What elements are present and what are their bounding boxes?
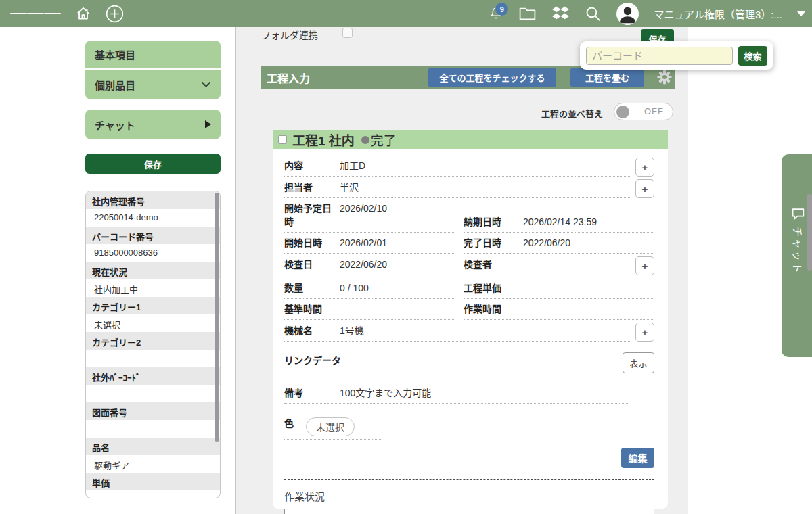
dropbox-icon[interactable]: [551, 5, 570, 22]
work-status-label: 作業状況: [284, 489, 654, 503]
folder-link-checkbox[interactable]: [342, 28, 353, 38]
field-label: 基準時間: [284, 302, 340, 315]
add-option-button[interactable]: +: [635, 323, 654, 342]
info-label: 社外ﾊﾞｰｺｰﾄﾞ: [86, 367, 220, 385]
field-label: 開始予定日時: [284, 201, 340, 228]
field-label: 納期日時: [464, 214, 523, 228]
info-panel-scrollbar[interactable]: [215, 193, 219, 442]
add-option-button[interactable]: +: [635, 256, 654, 275]
work-status-input[interactable]: [284, 509, 654, 514]
field-row-pair: 検査日2022/06/20 検査者 +: [284, 256, 654, 275]
chat-tab-label: チャット: [791, 227, 805, 275]
sidebar-save-button[interactable]: 保存: [85, 154, 221, 174]
field-row-pair: 基準時間 作業時間: [284, 302, 654, 320]
process-input-title: 工程入力: [261, 70, 310, 86]
info-value: 駆動ギア: [86, 455, 220, 473]
collapse-processes-button[interactable]: 工程を畳む: [570, 68, 644, 87]
triangle-right-icon: [205, 120, 211, 128]
info-label: カテゴリー2: [86, 332, 220, 350]
link-data-row: リンクデータ 表示: [284, 352, 654, 373]
field-label: 検査者: [464, 257, 523, 271]
sort-toggle-label: 工程の並べ替え: [541, 107, 603, 120]
info-value: 9185000008636: [86, 244, 220, 262]
field-value[interactable]: 2026/02/14 23:59: [523, 216, 597, 227]
field-row: 内容加工D +: [284, 158, 654, 177]
field-row: 機械名1号機 +: [284, 323, 654, 342]
right-divider: [702, 27, 702, 514]
field-value[interactable]: 2022/06/20: [523, 237, 570, 248]
field-label: 内容: [284, 158, 340, 172]
hamburger-menu-icon[interactable]: [10, 9, 61, 18]
field-value[interactable]: 2022/06/20: [340, 259, 387, 270]
field-value[interactable]: 2026/02/01: [340, 237, 387, 248]
field-label: 完了日時: [464, 235, 523, 249]
plus-icon: +: [642, 183, 648, 195]
info-label: カテゴリー1: [86, 297, 220, 314]
barcode-popup: 検索: [580, 41, 773, 70]
field-value[interactable]: 加工D: [340, 158, 365, 172]
field-label: 備考: [284, 386, 340, 399]
field-label: 担当者: [284, 180, 340, 193]
add-icon[interactable]: [106, 5, 124, 23]
field-label: リンクデータ: [284, 353, 341, 367]
status-dot-icon: [361, 136, 369, 144]
sidebar-chat-button[interactable]: チャット: [85, 110, 221, 139]
process-title: 工程1 社内: [292, 131, 355, 149]
process-select-checkbox[interactable]: [278, 135, 287, 144]
show-label: 表示: [629, 356, 647, 369]
sidebar-chat-label: チャット: [95, 118, 135, 132]
barcode-input[interactable]: [586, 47, 733, 65]
process-status: 完了: [371, 131, 397, 149]
edit-button[interactable]: 編集: [621, 448, 654, 468]
field-row: 担当者半沢 +: [284, 179, 654, 198]
field-label: 検査日: [284, 257, 340, 271]
info-value: 未選択: [86, 314, 220, 332]
user-avatar[interactable]: [616, 3, 639, 25]
info-label: 品名: [86, 438, 220, 455]
sidebar-save-label: 保存: [144, 158, 162, 170]
home-icon[interactable]: [74, 5, 92, 22]
field-row-pair: 開始日時2026/02/01 完了日時2022/06/20: [284, 235, 654, 254]
info-value: [86, 490, 220, 498]
plus-icon: +: [642, 327, 648, 338]
chevron-down-icon: [201, 81, 211, 88]
folder-link-label: フォルダ連携: [261, 28, 318, 41]
barcode-search-button[interactable]: 検索: [738, 46, 767, 66]
folder-icon[interactable]: [518, 6, 537, 21]
toggle-knob: [616, 106, 629, 118]
field-value[interactable]: 半沢: [340, 180, 359, 193]
toggle-state: OFF: [644, 106, 664, 116]
account-caret-down-icon[interactable]: [797, 11, 805, 16]
color-row: 色 未選択: [284, 413, 654, 440]
dashed-separator: [284, 479, 654, 480]
plus-icon: +: [642, 260, 648, 272]
color-select-pill[interactable]: 未選択: [306, 417, 355, 436]
sidebar-item-individual-label: 個別品目: [95, 78, 135, 92]
page-scrollbar-thumb[interactable]: [807, 194, 812, 271]
info-value: [86, 385, 220, 402]
check-all-processes-button[interactable]: 全ての工程をチェックする: [428, 68, 556, 87]
info-value: [86, 350, 220, 367]
add-option-button[interactable]: +: [635, 179, 654, 198]
field-row-pair: 開始予定日時2026/02/10 納期日時2026/02/14 23:59: [284, 201, 654, 233]
add-option-button[interactable]: +: [635, 158, 654, 177]
search-icon[interactable]: [585, 5, 602, 22]
show-link-data-button[interactable]: 表示: [623, 352, 654, 373]
notification-bell-icon[interactable]: 9: [489, 5, 503, 22]
sidebar-item-basic[interactable]: 基本項目: [85, 41, 221, 68]
info-label: 現在状況: [86, 262, 220, 279]
process-card-header: 工程1 社内 完了: [273, 130, 668, 149]
settings-gear-icon[interactable]: [657, 70, 672, 85]
field-value[interactable]: 2026/02/10: [340, 203, 387, 214]
account-menu-label[interactable]: マニュアル権限（管理3）:...: [654, 7, 782, 21]
sidebar-menu-group: 基本項目 個別品目: [85, 41, 221, 99]
field-value[interactable]: 1号機: [340, 323, 364, 337]
field-value[interactable]: 0 / 100: [340, 283, 369, 294]
field-label: 作業時間: [464, 302, 523, 315]
item-info-panel: 社内管理番号 22050014-demo バーコード番号 91850000086…: [85, 191, 221, 498]
sidebar-item-individual[interactable]: 個別品目: [85, 70, 221, 99]
info-label: 社内管理番号: [86, 191, 220, 209]
field-label: 工程単価: [464, 281, 523, 294]
sort-toggle-switch[interactable]: OFF: [614, 103, 673, 120]
field-value[interactable]: 100文字まで入力可能: [340, 386, 431, 399]
